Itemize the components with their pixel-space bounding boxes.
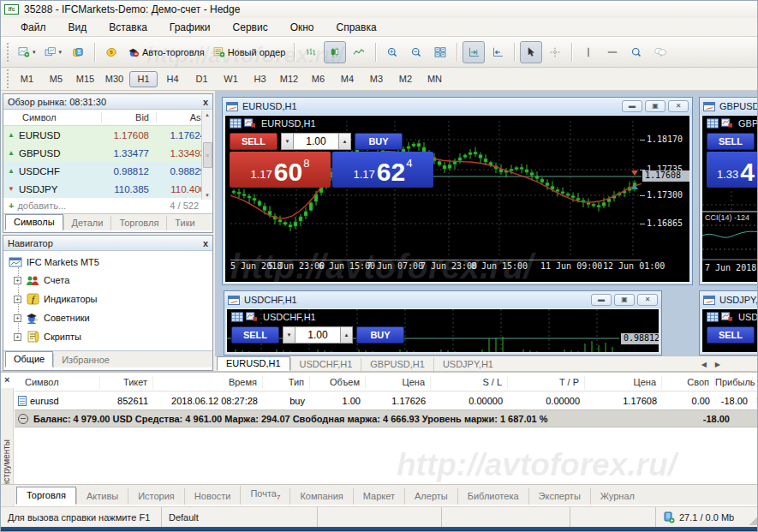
toolbox-tab-Библиотека[interactable]: Библиотека xyxy=(457,488,528,505)
cursor-button[interactable] xyxy=(520,41,542,63)
scroll-up-icon[interactable]: ▲ xyxy=(205,112,210,117)
usdchf-chart-canvas[interactable]: USDCHF,H1 SELL ▼ 1.00 ▲ BUY 0.98812 xyxy=(226,308,660,353)
volume-up-button[interactable]: ▲ xyxy=(338,133,351,150)
quotes-table-icon[interactable] xyxy=(707,312,719,322)
chart-tab-GBPUSD,H1[interactable]: GBPUSD,H1 xyxy=(361,358,433,371)
close-button[interactable]: ✕ xyxy=(637,294,658,306)
column-header-S / L[interactable]: S / L xyxy=(431,376,508,389)
toolbox-tab-Почта[interactable]: Почта7 xyxy=(240,486,289,505)
column-header-Время[interactable]: Время xyxy=(153,376,263,389)
oneclick-toggle-icon[interactable] xyxy=(246,312,258,322)
comments-button[interactable] xyxy=(649,41,671,63)
column-header-Символ[interactable]: Символ xyxy=(15,376,100,389)
autotrade-button[interactable]: Авто-торговля xyxy=(124,41,208,63)
tab-scroll-left-icon[interactable]: ◀ xyxy=(701,361,707,368)
oneclick-toggle-icon[interactable] xyxy=(244,118,256,129)
sell-button[interactable]: SELL xyxy=(707,133,755,150)
volume-up-button[interactable]: ▲ xyxy=(340,326,353,344)
timeframe-M30[interactable]: M30 xyxy=(100,71,128,87)
candles-chart-button[interactable] xyxy=(324,41,346,63)
timeframe-M15[interactable]: M15 xyxy=(71,71,99,87)
gbpusd-window-titlebar[interactable]: GBPUSD,H1 xyxy=(700,98,758,115)
tab-scroll-right-icon[interactable]: ▶ xyxy=(715,361,720,368)
menu-Вставка[interactable]: Вставка xyxy=(98,19,158,36)
timeframe-M6[interactable]: M6 xyxy=(304,71,332,87)
timeframe-M2[interactable]: M2 xyxy=(391,71,420,87)
mw-tab-Тики[interactable]: Тики xyxy=(166,216,202,230)
market-watch-add-row[interactable]: + добавить... 4 / 522 xyxy=(3,198,212,213)
column-header-Своп[interactable]: Своп xyxy=(662,376,715,389)
eurusd-chart-canvas[interactable]: EURUSD,H1 SELL ▼ 1.00 ▲ BUY 1.17 60 8 xyxy=(224,115,690,283)
toolbox-tab-Новости[interactable]: Новости xyxy=(184,488,241,505)
timeframe-MN[interactable]: MN xyxy=(421,71,449,87)
column-header-Объем[interactable]: Объем xyxy=(310,376,366,389)
deposit-button[interactable]: $ xyxy=(67,41,89,63)
timeframe-D1[interactable]: D1 xyxy=(188,71,216,87)
chart-tab-USDCHF,H1[interactable]: USDCHF,H1 xyxy=(290,358,361,371)
timeframe-M5[interactable]: M5 xyxy=(42,71,70,87)
volume-input[interactable]: 1.00 xyxy=(295,326,340,344)
buy-button[interactable]: BUY xyxy=(356,326,404,344)
mw-tab-Торговля[interactable]: Торговля xyxy=(110,216,166,230)
toolbox-tab-Маркет[interactable]: Маркет xyxy=(353,488,404,505)
usdchf-window-titlebar[interactable]: USDCHF,H1 ▬ ▣ ✕ xyxy=(224,291,661,308)
toolbox-tab-Алерты[interactable]: Алерты xyxy=(404,488,457,505)
expand-icon[interactable]: + xyxy=(14,314,21,322)
volume-down-button[interactable]: ▼ xyxy=(283,326,295,344)
nav-root-item[interactable]: IFC Markets MT5 xyxy=(7,254,212,271)
quotes-table-icon[interactable] xyxy=(707,118,719,129)
menu-Справка[interactable]: Справка xyxy=(325,19,388,36)
menu-Графики[interactable]: Графики xyxy=(158,19,222,36)
toolbox-tab-Эксперты[interactable]: Эксперты xyxy=(528,488,590,505)
close-position-icon[interactable]: × xyxy=(753,396,758,405)
new-chart-button[interactable]: ▾ xyxy=(15,41,39,63)
market-watch-row-EURUSD[interactable]: ▲EURUSD1.176081.17624 xyxy=(3,126,212,144)
expand-icon[interactable]: + xyxy=(14,277,21,284)
scrollbar-thumb[interactable]: ≡ xyxy=(203,142,212,168)
timeframe-M12[interactable]: M12 xyxy=(275,71,303,87)
quotes-table-icon[interactable] xyxy=(230,118,242,129)
column-header-Цена[interactable]: Цена xyxy=(585,376,662,389)
timeframe-M3[interactable]: M3 xyxy=(362,71,391,87)
nav-item-Скрипты[interactable]: +Скрипты xyxy=(7,327,212,346)
collapse-icon[interactable] xyxy=(18,414,28,424)
column-header-Цена[interactable]: Цена xyxy=(366,376,431,389)
sell-button[interactable]: SELL xyxy=(231,326,279,344)
quotes-table-icon[interactable] xyxy=(231,312,243,322)
nav-item-Индикаторы[interactable]: +fИндикаторы xyxy=(7,290,212,308)
market-watch-scrollbar[interactable]: ▲ ≡ ▼ xyxy=(201,111,212,200)
close-icon[interactable]: x xyxy=(203,97,208,107)
magnifier-button[interactable] xyxy=(625,41,648,63)
close-icon[interactable]: × xyxy=(4,374,9,385)
menu-Вид[interactable]: Вид xyxy=(57,19,98,36)
market-watch-row-USDJPY[interactable]: ▼USDJPY110.385110.400 xyxy=(3,180,212,198)
restore-button[interactable]: ▣ xyxy=(614,294,635,306)
chart-tab-EURUSD,H1[interactable]: EURUSD,H1 xyxy=(217,356,290,371)
gbpusd-chart-canvas[interactable]: GBPUSD,H1 SELL 1.33 4 xyxy=(701,115,758,283)
timeframe-M1[interactable]: M1 xyxy=(13,71,41,87)
line-chart-button[interactable] xyxy=(348,41,370,63)
vertical-line-button[interactable] xyxy=(577,41,600,63)
nav-item-Счета[interactable]: +Счета xyxy=(7,271,212,290)
toolbox-tab-История[interactable]: История xyxy=(128,488,184,505)
close-button[interactable]: ✕ xyxy=(668,100,689,112)
usdjpy-chart-canvas[interactable]: USDJPY,H1 SELL xyxy=(701,308,758,353)
expand-icon[interactable]: + xyxy=(14,296,21,303)
volume-input[interactable]: 1.00 xyxy=(294,133,338,150)
usdjpy-window-titlebar[interactable]: USDJPY,H1 xyxy=(700,291,758,308)
mw-tab-Символы[interactable]: Символы xyxy=(5,214,63,230)
toolbox-tab-Журнал[interactable]: Журнал xyxy=(590,488,644,505)
crosshair-button[interactable] xyxy=(544,41,566,63)
nav-item-Советники[interactable]: +Советники xyxy=(7,308,212,327)
menu-Файл[interactable]: Файл xyxy=(9,19,57,36)
buy-button[interactable]: BUY xyxy=(355,133,403,150)
timeframe-H1[interactable]: H1 xyxy=(129,71,158,87)
sell-price-panel[interactable]: 1.33 4 xyxy=(707,152,758,188)
profiles-button[interactable]: ▾ xyxy=(41,41,66,63)
volume-down-button[interactable]: ▼ xyxy=(281,133,294,150)
horizontal-line-button[interactable] xyxy=(601,41,624,63)
minimize-button[interactable]: ▬ xyxy=(591,294,612,306)
zoom-out-button[interactable] xyxy=(405,41,427,63)
scroll-down-icon[interactable]: ▼ xyxy=(205,193,210,198)
close-icon[interactable]: x xyxy=(203,238,208,248)
